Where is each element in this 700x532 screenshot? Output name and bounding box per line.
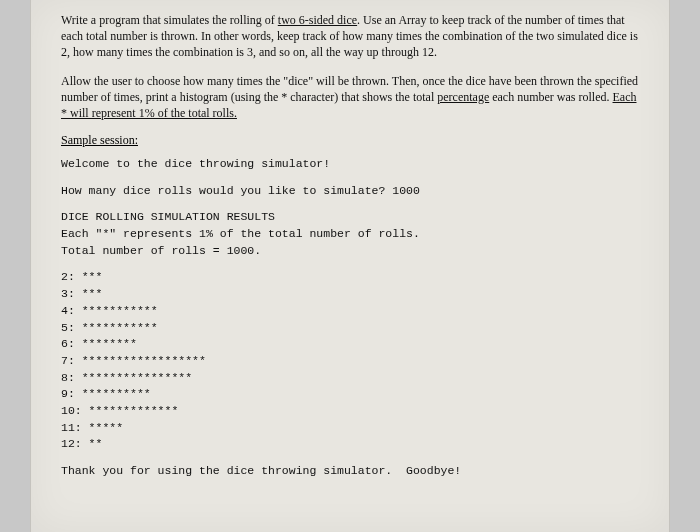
para2-underline-1: percentage bbox=[437, 90, 489, 104]
output-results-note: Each "*" represents 1% of the total numb… bbox=[61, 226, 639, 243]
histogram-row: 2: *** bbox=[61, 269, 639, 286]
para1-pre: Write a program that simulates the rolli… bbox=[61, 13, 278, 27]
output-welcome: Welcome to the dice throwing simulator! bbox=[61, 156, 639, 173]
para2-mid: each number was rolled. bbox=[489, 90, 612, 104]
histogram-row: 5: *********** bbox=[61, 320, 639, 337]
sample-session-label: Sample session: bbox=[61, 133, 639, 148]
output-results-total: Total number of rolls = 1000. bbox=[61, 243, 639, 260]
output-prompt: How many dice rolls would you like to si… bbox=[61, 183, 639, 200]
histogram-row: 11: ***** bbox=[61, 420, 639, 437]
output-goodbye: Thank you for using the dice throwing si… bbox=[61, 463, 639, 480]
histogram-row: 9: ********** bbox=[61, 386, 639, 403]
histogram-row: 12: ** bbox=[61, 436, 639, 453]
histogram-row: 7: ****************** bbox=[61, 353, 639, 370]
para1-underline: two 6-sided dice bbox=[278, 13, 357, 27]
histogram-row: 6: ******** bbox=[61, 336, 639, 353]
output-results-header: DICE ROLLING SIMULATION RESULTS bbox=[61, 209, 639, 226]
paragraph-2: Allow the user to choose how many times … bbox=[61, 73, 639, 122]
histogram-row: 10: ************* bbox=[61, 403, 639, 420]
document-page: Write a program that simulates the rolli… bbox=[30, 0, 670, 532]
paragraph-1: Write a program that simulates the rolli… bbox=[61, 12, 639, 61]
histogram-row: 3: *** bbox=[61, 286, 639, 303]
histogram-row: 4: *********** bbox=[61, 303, 639, 320]
histogram-row: 8: **************** bbox=[61, 370, 639, 387]
